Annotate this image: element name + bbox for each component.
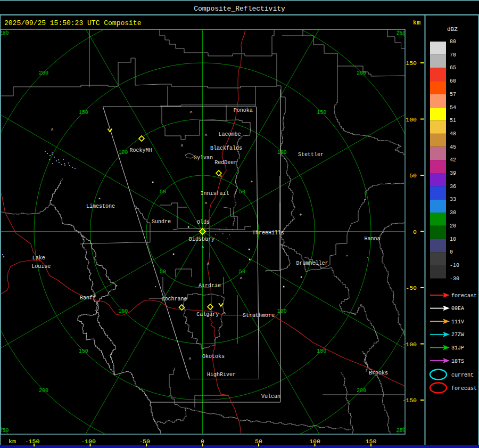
svg-text:Louise: Louise — [31, 264, 51, 270]
svg-text:50: 50 — [239, 269, 245, 275]
svg-text:111V: 111V — [451, 319, 464, 325]
svg-text:10: 10 — [450, 237, 456, 242]
svg-text:09EA: 09EA — [451, 306, 464, 312]
svg-text:45: 45 — [450, 144, 456, 150]
svg-text:Sylvan: Sylvan — [194, 155, 213, 161]
svg-text:^: ^ — [219, 175, 222, 180]
svg-text:^: ^ — [207, 262, 209, 267]
svg-text:57: 57 — [450, 92, 456, 97]
svg-text:18TS: 18TS — [451, 359, 464, 364]
svg-text:km: km — [9, 438, 16, 445]
svg-text:+: + — [299, 213, 302, 218]
svg-text:Lacombe: Lacombe — [218, 132, 241, 137]
svg-text:33: 33 — [450, 197, 456, 202]
svg-text:30: 30 — [450, 210, 456, 216]
svg-text:100: 100 — [118, 150, 128, 156]
svg-text:Sundre: Sundre — [152, 219, 171, 225]
svg-text:Cochrane: Cochrane — [162, 296, 187, 302]
svg-text:100: 100 — [277, 308, 287, 314]
svg-text:-100: -100 — [81, 438, 96, 445]
svg-text:Vulcan: Vulcan — [261, 394, 280, 400]
svg-text:27ZW: 27ZW — [451, 332, 464, 338]
svg-text:^: ^ — [188, 357, 191, 362]
svg-text:150: 150 — [79, 348, 88, 354]
svg-text:80: 80 — [450, 39, 456, 45]
svg-text:60: 60 — [450, 78, 456, 84]
svg-text:Okotoks: Okotoks — [202, 354, 225, 360]
svg-text:250: 250 — [0, 30, 9, 36]
svg-text:RedDeer: RedDeer — [214, 160, 237, 166]
svg-text:-150: -150 — [25, 438, 40, 445]
svg-text:Stettler: Stettler — [298, 152, 324, 158]
svg-text:65: 65 — [450, 65, 456, 71]
svg-text:150: 150 — [406, 60, 417, 67]
svg-text:50: 50 — [160, 269, 166, 275]
svg-text:50: 50 — [409, 172, 417, 179]
svg-text:31JP: 31JP — [451, 345, 464, 351]
svg-text:km: km — [413, 19, 420, 27]
svg-text:-150: -150 — [402, 397, 417, 404]
svg-text:^: ^ — [51, 128, 53, 133]
svg-text:-50: -50 — [139, 438, 150, 445]
svg-text:^: ^ — [223, 312, 226, 317]
svg-text:HighRiver: HighRiver — [207, 372, 236, 378]
svg-text:51: 51 — [450, 118, 456, 124]
svg-text:Blackfalds: Blackfalds — [210, 145, 242, 151]
svg-text:Airdrie: Airdrie — [199, 283, 221, 289]
svg-text:-30: -30 — [450, 276, 459, 282]
svg-text:20: 20 — [450, 223, 456, 229]
svg-text:Olds: Olds — [197, 219, 210, 225]
svg-text:0: 0 — [413, 229, 417, 235]
svg-text:50: 50 — [239, 189, 245, 195]
svg-text:2025/09/25 15:50:23 UTC Compos: 2025/09/25 15:50:23 UTC Composite — [4, 19, 141, 27]
svg-text:200: 200 — [39, 70, 48, 76]
svg-text:RockyMH: RockyMH — [130, 148, 152, 153]
svg-text:^: ^ — [204, 133, 207, 139]
svg-text:Drumheller: Drumheller — [296, 260, 328, 266]
svg-text:150: 150 — [317, 348, 326, 354]
svg-text:Calgary: Calgary — [196, 312, 219, 317]
svg-text:current: current — [451, 372, 474, 378]
svg-text:forecast: forecast — [451, 293, 477, 299]
svg-text:Hanna: Hanna — [365, 236, 381, 242]
svg-text:50: 50 — [160, 189, 166, 195]
svg-text:*: * — [98, 198, 101, 203]
svg-text:*: * — [250, 181, 253, 186]
svg-text:100: 100 — [406, 116, 417, 123]
svg-text:48: 48 — [450, 131, 456, 137]
svg-text:-10: -10 — [450, 263, 459, 268]
svg-text:^: ^ — [201, 246, 204, 251]
svg-text:^: ^ — [189, 110, 192, 116]
svg-text:250: 250 — [396, 30, 406, 36]
svg-text:Ponoka: Ponoka — [234, 108, 253, 113]
svg-text:200: 200 — [357, 388, 366, 394]
svg-text:Strathmore: Strathmore — [243, 313, 275, 319]
svg-text:36: 36 — [450, 184, 456, 190]
svg-text:100: 100 — [277, 150, 287, 156]
svg-text:200: 200 — [357, 70, 366, 76]
svg-text:Innisfail: Innisfail — [201, 191, 229, 197]
svg-text:39: 39 — [450, 170, 456, 176]
svg-text:Banff: Banff — [80, 295, 96, 301]
svg-text:Didsbury: Didsbury — [189, 237, 214, 242]
svg-text:250: 250 — [396, 428, 406, 434]
svg-text:-100: -100 — [402, 341, 417, 348]
svg-text:54: 54 — [450, 105, 456, 111]
svg-text:^: ^ — [204, 201, 207, 207]
svg-text:70: 70 — [450, 52, 456, 58]
svg-text:Limestone: Limestone — [86, 203, 115, 209]
svg-text:^: ^ — [240, 276, 242, 282]
svg-text:^: ^ — [180, 144, 183, 149]
svg-text:150: 150 — [79, 110, 88, 116]
svg-text:100: 100 — [118, 308, 128, 314]
svg-text:Composite_Reflectivity: Composite_Reflectivity — [194, 5, 285, 13]
svg-text:dBZ: dBZ — [447, 26, 458, 32]
svg-text:0: 0 — [450, 249, 453, 255]
svg-text:250: 250 — [0, 428, 9, 434]
svg-text:ThreeHills: ThreeHills — [252, 230, 284, 236]
svg-text:150: 150 — [317, 110, 326, 116]
svg-text:-50: -50 — [406, 284, 417, 291]
svg-text:42: 42 — [450, 157, 456, 163]
svg-text:forecast: forecast — [451, 386, 477, 392]
svg-text:Lake: Lake — [32, 255, 45, 261]
